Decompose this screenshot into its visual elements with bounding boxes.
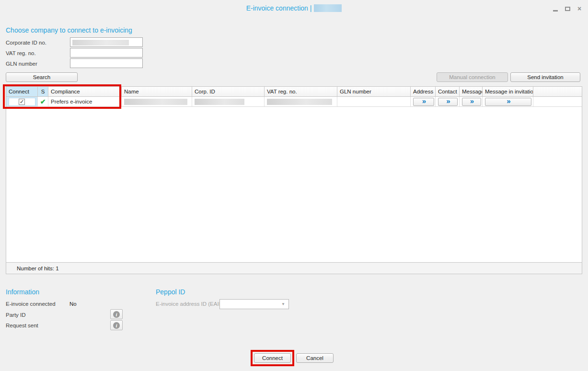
vat-reg-input[interactable]: [72, 48, 141, 57]
vat-cell: [265, 97, 337, 106]
name-cell: [122, 97, 192, 106]
column-header-contact[interactable]: Contact: [436, 87, 460, 96]
request-sent-info-button[interactable]: i: [110, 320, 123, 330]
gln-number-field[interactable]: [70, 58, 143, 68]
compliance-cell: Prefers e-invoice: [48, 97, 122, 106]
chevron-down-icon: ▼: [281, 302, 285, 306]
grid-header-row: Connect S Compliance Name Corp. ID VAT r…: [6, 87, 582, 97]
gln-cell: [337, 97, 411, 106]
manual-connection-button: Manual connection: [437, 72, 508, 82]
eaid-dropdown[interactable]: ▼: [219, 299, 289, 309]
information-heading: Information: [6, 288, 39, 296]
window-title: E-invoice connection |: [0, 4, 588, 12]
close-button[interactable]: ×: [576, 5, 583, 12]
send-invitation-button[interactable]: Send invitation: [510, 72, 580, 82]
column-header-vat[interactable]: VAT reg. no.: [265, 87, 337, 96]
info-icon: i: [113, 322, 120, 329]
window-title-text: E-invoice connection |: [246, 4, 312, 12]
chevrons-right-icon: »: [422, 97, 425, 104]
corp-id-cell: [192, 97, 265, 106]
minimize-button[interactable]: [552, 5, 559, 12]
corporate-id-field[interactable]: [70, 37, 143, 47]
gln-number-label: GLN number: [6, 61, 37, 67]
number-of-hits: Number of hits: 1: [17, 266, 59, 271]
eaid-label: E-invoice address ID (EAID): [156, 301, 225, 307]
row-filler: [533, 97, 582, 106]
contact-cell: »: [436, 97, 460, 106]
party-id-info-button[interactable]: i: [110, 309, 123, 319]
message-cell: »: [460, 97, 483, 106]
chevrons-right-icon: »: [446, 97, 449, 104]
page-title: Choose company to connect to e-invoicing: [6, 26, 132, 34]
peppol-id-heading: Peppol ID: [156, 288, 185, 296]
close-icon: ×: [577, 5, 581, 12]
maximize-button[interactable]: [564, 5, 571, 12]
party-id-label: Party ID: [6, 312, 26, 318]
connect-button[interactable]: Connect: [254, 353, 291, 363]
cancel-button[interactable]: Cancel: [296, 353, 334, 363]
table-row[interactable]: ✓ ✔ Prefers e-invoice » » » »: [6, 97, 582, 107]
redacted-name-value: [124, 99, 187, 105]
column-header-corp-id[interactable]: Corp. ID: [192, 87, 265, 96]
connect-checkbox-editor: ✓: [9, 98, 35, 106]
green-check-icon: ✔: [40, 98, 46, 105]
info-icon: i: [113, 311, 120, 318]
corporate-id-label: Corporate ID no.: [6, 40, 46, 46]
address-expand-button[interactable]: »: [413, 98, 434, 106]
connect-cell: ✓: [6, 97, 38, 106]
grid-status-bar: Number of hits: 1: [6, 262, 582, 274]
results-grid: Connect S Compliance Name Corp. ID VAT r…: [6, 86, 582, 274]
message-expand-button[interactable]: »: [462, 98, 481, 106]
redacted-corporate-id-value: [72, 40, 129, 46]
title-bar: E-invoice connection | ×: [0, 0, 588, 17]
message-in-invitation-expand-button[interactable]: »: [485, 98, 531, 106]
gln-number-input[interactable]: [72, 59, 141, 68]
redacted-corp-id-value: [195, 99, 244, 105]
contact-expand-button[interactable]: »: [438, 98, 458, 106]
connect-checkbox[interactable]: ✓: [19, 99, 25, 105]
maximize-icon: [565, 7, 570, 11]
column-header-filler: [533, 87, 582, 96]
column-header-message-in-invitation[interactable]: Message in invitation: [483, 87, 533, 96]
chevrons-right-icon: »: [470, 97, 473, 104]
column-header-address[interactable]: Address: [411, 87, 436, 96]
column-header-s[interactable]: S: [38, 87, 48, 96]
status-cell: ✔: [38, 97, 48, 106]
redacted-vat-value: [267, 99, 332, 105]
chevrons-right-icon: »: [507, 97, 509, 104]
column-header-compliance[interactable]: Compliance: [48, 87, 122, 96]
request-sent-label: Request sent: [6, 323, 38, 328]
column-header-connect[interactable]: Connect: [6, 87, 38, 96]
vat-reg-label: VAT reg. no.: [6, 50, 36, 56]
column-header-name[interactable]: Name: [122, 87, 192, 96]
column-header-gln[interactable]: GLN number: [337, 87, 411, 96]
vat-reg-field[interactable]: [70, 48, 143, 58]
redacted-company-name: [314, 4, 342, 12]
e-invoice-connected-label: E-invoice connected: [6, 301, 56, 307]
e-invoice-connected-value: No: [69, 301, 77, 307]
minimize-icon: [553, 10, 558, 12]
search-button[interactable]: Search: [6, 72, 78, 82]
message-in-invitation-cell: »: [483, 97, 533, 106]
column-header-message[interactable]: Message: [460, 87, 483, 96]
address-cell: »: [411, 97, 436, 106]
